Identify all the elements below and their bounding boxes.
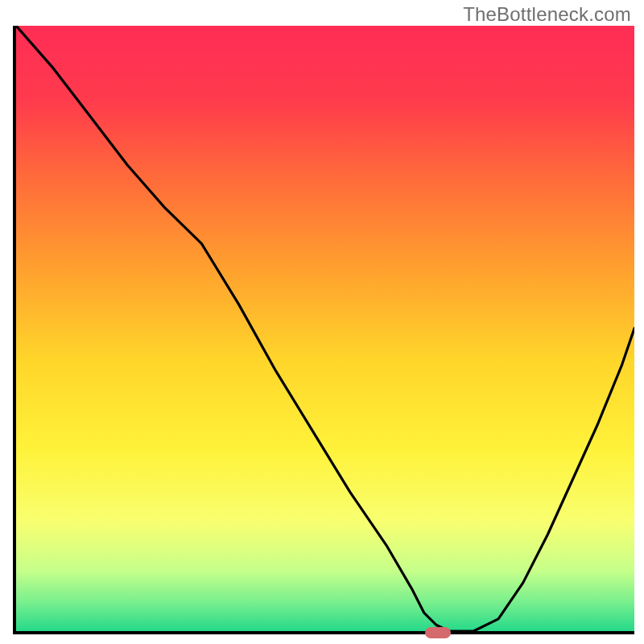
optimal-point-marker [425, 627, 451, 638]
chart-container: TheBottleneck.com [0, 0, 644, 644]
gradient-background [16, 26, 634, 631]
chart-svg [16, 26, 634, 631]
plot-area [13, 26, 634, 634]
watermark-text: TheBottleneck.com [463, 3, 631, 26]
